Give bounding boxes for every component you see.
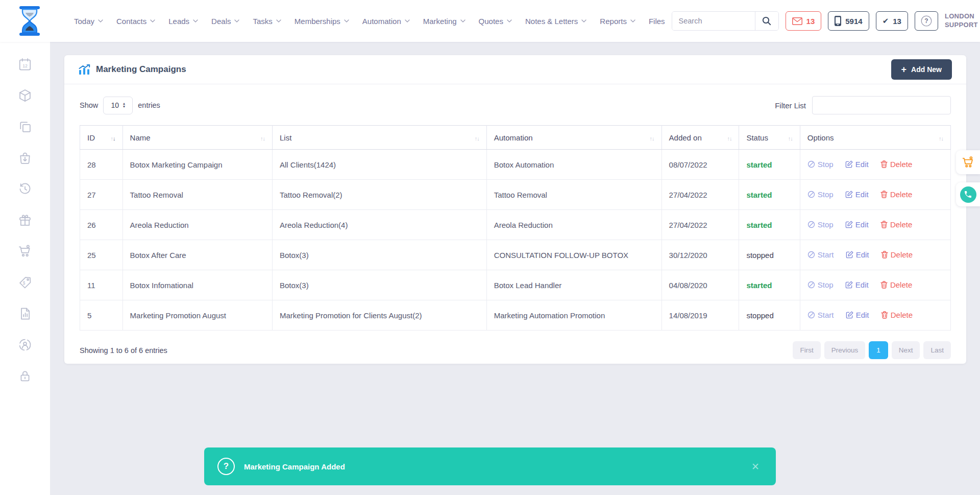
delete-button[interactable]: Delete — [880, 190, 912, 199]
trash-icon — [881, 251, 888, 258]
sidebar-item-orders[interactable] — [18, 151, 32, 165]
status-badge: stopped — [746, 251, 773, 260]
stop-start-button[interactable]: Stop — [807, 190, 834, 199]
top-bar: Today Contacts Leads Deals Tasks Members… — [0, 0, 980, 42]
stop-start-button[interactable]: Start — [807, 311, 834, 319]
column-header-id[interactable]: ID↑↓ — [80, 126, 123, 150]
edit-button[interactable]: Edit — [845, 220, 869, 229]
pagination-page-1-button[interactable]: 1 — [869, 341, 888, 359]
sidebar-item-security[interactable] — [18, 369, 32, 383]
delete-button[interactable]: Delete — [880, 220, 912, 229]
stop-start-button[interactable]: Start — [807, 250, 834, 259]
user-name: LONDON SUPPORT — [945, 12, 980, 30]
sidebar-item-calendar[interactable]: 12 — [18, 57, 32, 72]
column-header-automation[interactable]: Automation↑↓ — [486, 126, 662, 150]
pagination-first-button[interactable]: First — [793, 341, 820, 359]
nav-item-memberships[interactable]: Memberships — [288, 17, 356, 26]
column-header-list[interactable]: List↑↓ — [273, 126, 487, 150]
column-header-options[interactable]: Options↑↓ — [800, 126, 950, 150]
search-icon — [762, 16, 771, 26]
edit-button[interactable]: Edit — [845, 280, 869, 289]
chevron-down-icon — [460, 19, 465, 22]
app-logo-hourglass-icon[interactable] — [15, 5, 44, 37]
cell-options: Stop Edit Delete — [800, 210, 950, 240]
sort-icon: ↑↓ — [650, 135, 654, 142]
add-new-button[interactable]: + Add New — [891, 59, 952, 80]
edit-icon — [846, 311, 853, 319]
chevron-down-icon — [98, 19, 103, 22]
column-header-name[interactable]: Name↑↓ — [122, 126, 272, 150]
close-icon[interactable]: ✕ — [748, 460, 763, 473]
edit-button[interactable]: Edit — [845, 190, 869, 199]
delete-button[interactable]: Delete — [880, 160, 912, 169]
plus-icon: + — [901, 65, 907, 74]
sidebar-item-pricing[interactable]: $ — [18, 275, 32, 290]
mail-notifications-badge[interactable]: 13 — [786, 11, 822, 31]
sidebar-item-reports[interactable] — [18, 307, 32, 321]
nav-item-deals[interactable]: Deals — [205, 17, 246, 26]
sidebar-item-history[interactable] — [18, 182, 32, 196]
chevron-down-icon — [344, 19, 349, 22]
cell-automation: Botox Lead Handler — [486, 270, 662, 300]
help-badge[interactable]: ? — [915, 11, 938, 31]
stop-start-button[interactable]: Stop — [807, 220, 834, 229]
nav-item-files[interactable]: Files — [642, 17, 672, 26]
nav-item-today[interactable]: Today — [67, 17, 110, 26]
edit-button[interactable]: Edit — [845, 160, 869, 169]
show-label: Show — [80, 101, 98, 109]
entries-per-page-select[interactable]: 10 ▴▾ — [103, 97, 133, 114]
chevron-down-icon — [150, 19, 155, 22]
pagination-last-button[interactable]: Last — [923, 341, 951, 359]
stop-start-button[interactable]: Stop — [807, 160, 834, 169]
shopping-bag-icon — [18, 151, 32, 165]
left-sidebar: 12 $ — [0, 42, 50, 495]
support-account-icon — [18, 338, 32, 352]
delete-button[interactable]: Delete — [881, 311, 913, 319]
calendar-icon: 12 — [18, 57, 32, 72]
sidebar-item-support[interactable] — [18, 338, 32, 352]
edit-button[interactable]: Edit — [846, 311, 869, 319]
phone-quick-access-button[interactable] — [956, 182, 980, 206]
status-badge: started — [746, 160, 772, 169]
nav-item-automation[interactable]: Automation — [356, 17, 416, 26]
filter-list-input[interactable] — [812, 96, 951, 114]
nav-item-reports[interactable]: Reports — [593, 17, 642, 26]
nav-item-leads[interactable]: Leads — [162, 17, 205, 26]
mail-count: 13 — [806, 17, 815, 26]
phone-calls-badge[interactable]: 5914 — [828, 11, 869, 31]
nav-item-tasks[interactable]: Tasks — [246, 17, 287, 26]
nav-item-contacts[interactable]: Contacts — [110, 17, 162, 26]
history-clock-icon — [18, 182, 32, 196]
trash-icon — [881, 311, 888, 319]
column-header-status[interactable]: Status↑↓ — [739, 126, 800, 150]
cell-automation: Marketing Automation Promotion — [486, 300, 662, 331]
nav-item-marketing[interactable]: Marketing — [416, 17, 472, 26]
edit-icon — [845, 160, 853, 168]
edit-button[interactable]: Edit — [846, 250, 869, 259]
sidebar-item-pages[interactable] — [18, 120, 32, 134]
edit-icon — [845, 281, 853, 289]
cart-quick-access-button[interactable] — [956, 150, 980, 174]
delete-button[interactable]: Delete — [880, 280, 912, 289]
nav-item-notes-letters[interactable]: Notes & Letters — [519, 17, 593, 26]
pagination-previous-button[interactable]: Previous — [824, 341, 866, 359]
select-spinner-icon: ▴▾ — [123, 102, 125, 108]
cell-name: Tattoo Removal — [122, 180, 272, 210]
delete-button[interactable]: Delete — [881, 250, 913, 259]
sidebar-item-shop[interactable] — [18, 244, 32, 258]
cell-options: Start Edit Delete — [800, 300, 950, 331]
edit-icon — [845, 191, 853, 198]
sidebar-item-products[interactable] — [18, 88, 32, 103]
sidebar-item-rewards[interactable] — [18, 213, 32, 227]
tasks-done-badge[interactable]: ✔ 13 — [876, 11, 908, 31]
column-header-added-on[interactable]: Added on↑↓ — [662, 126, 739, 150]
pagination-next-button[interactable]: Next — [892, 341, 920, 359]
envelope-icon — [792, 17, 802, 25]
nav-item-quotes[interactable]: Quotes — [472, 17, 519, 26]
check-icon: ✔ — [883, 16, 889, 26]
phone-icon — [960, 186, 976, 203]
cell-added-on: 04/08/2020 — [662, 270, 739, 300]
stop-start-button[interactable]: Stop — [807, 280, 834, 289]
search-button[interactable] — [755, 12, 778, 30]
search-input[interactable] — [672, 12, 755, 30]
